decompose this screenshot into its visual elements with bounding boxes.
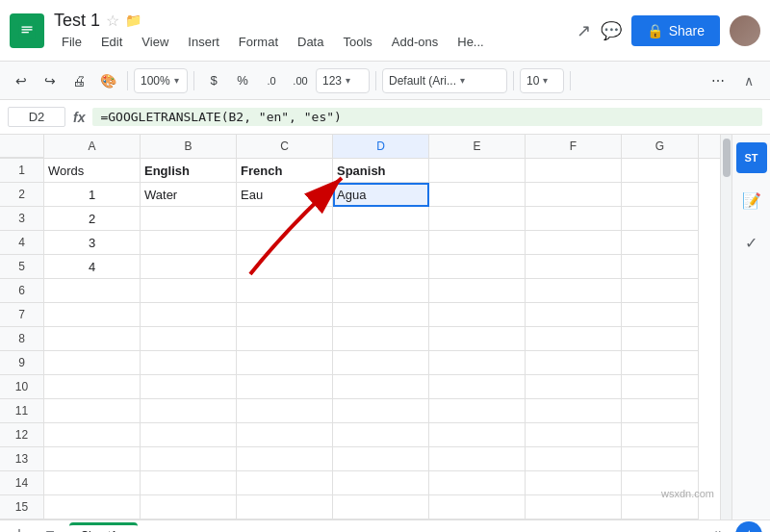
cell-d13[interactable] (333, 447, 429, 471)
menu-tools[interactable]: Tools (335, 33, 379, 51)
cell-g13[interactable] (622, 447, 699, 471)
cell-c2[interactable]: Eau (237, 183, 333, 207)
cell-d14[interactable] (333, 471, 429, 495)
menu-file[interactable]: File (54, 33, 90, 51)
cell-d10[interactable] (333, 375, 429, 399)
menu-data[interactable]: Data (290, 33, 331, 51)
cell-d11[interactable] (333, 399, 429, 423)
collapse-toolbar-button[interactable]: ∧ (735, 67, 762, 94)
row-header-6[interactable]: 6 (0, 279, 44, 303)
column-header-a[interactable]: A (44, 135, 141, 158)
cell-b2[interactable]: Water (141, 183, 237, 207)
cell-f11[interactable] (526, 399, 622, 423)
cell-a6[interactable] (44, 279, 141, 303)
cell-g8[interactable] (622, 327, 699, 351)
scroll-left-button[interactable]: ◀ (706, 527, 717, 533)
cell-e5[interactable] (429, 255, 526, 279)
cell-g11[interactable] (622, 399, 699, 423)
scroll-thumb[interactable] (723, 139, 731, 177)
cell-b7[interactable] (141, 303, 237, 327)
cell-e9[interactable] (429, 351, 526, 375)
share-button[interactable]: 🔒 Share (631, 15, 720, 46)
cell-f7[interactable] (526, 303, 622, 327)
cell-d12[interactable] (333, 423, 429, 447)
row-header-7[interactable]: 7 (0, 303, 44, 327)
print-button[interactable]: 🖨 (65, 67, 92, 94)
row-header-14[interactable]: 14 (0, 471, 44, 495)
cell-d9[interactable] (333, 351, 429, 375)
cell-reference-input[interactable] (8, 107, 65, 127)
cell-d2[interactable]: Agua (333, 183, 429, 207)
cell-e14[interactable] (429, 471, 526, 495)
row-header-8[interactable]: 8 (0, 327, 44, 351)
column-header-d[interactable]: D (333, 135, 429, 158)
cell-b10[interactable] (141, 375, 237, 399)
select-all-button[interactable] (0, 135, 44, 158)
cell-b1[interactable]: English (141, 159, 237, 183)
cell-e12[interactable] (429, 423, 526, 447)
cell-e3[interactable] (429, 207, 526, 231)
cell-g5[interactable] (622, 255, 699, 279)
cell-a9[interactable] (44, 351, 141, 375)
cell-e8[interactable] (429, 327, 526, 351)
cell-a13[interactable] (44, 447, 141, 471)
decimal-decrease-button[interactable]: .0 (258, 67, 285, 94)
paint-format-button[interactable]: 🎨 (94, 67, 121, 94)
cell-f8[interactable] (526, 327, 622, 351)
cell-b3[interactable] (141, 207, 237, 231)
row-header-15[interactable]: 15 (0, 495, 44, 519)
row-header-13[interactable]: 13 (0, 447, 44, 471)
row-header-11[interactable]: 11 (0, 399, 44, 423)
cell-f12[interactable] (526, 423, 622, 447)
cell-a8[interactable] (44, 327, 141, 351)
menu-help[interactable]: He... (449, 33, 491, 51)
cell-b13[interactable] (141, 447, 237, 471)
cell-g7[interactable] (622, 303, 699, 327)
cell-a5[interactable]: 4 (44, 255, 141, 279)
star-icon[interactable]: ☆ (106, 12, 119, 30)
font-size-select[interactable]: 10 ▾ (520, 68, 564, 93)
cell-e15[interactable] (429, 495, 526, 519)
cell-f4[interactable] (526, 231, 622, 255)
cell-c14[interactable] (237, 471, 333, 495)
cell-c9[interactable] (237, 351, 333, 375)
cell-d4[interactable] (333, 231, 429, 255)
row-header-9[interactable]: 9 (0, 351, 44, 375)
sheet-tab[interactable]: Sheet1 ▾ (69, 522, 138, 532)
cell-g10[interactable] (622, 375, 699, 399)
cell-d1[interactable]: Spanish (333, 159, 429, 183)
avatar[interactable] (730, 15, 760, 46)
cell-c8[interactable] (237, 327, 333, 351)
cell-g1[interactable] (622, 159, 699, 183)
menu-edit[interactable]: Edit (93, 33, 130, 51)
cell-a14[interactable] (44, 471, 141, 495)
sheet-list-button[interactable]: ≡ (38, 523, 62, 533)
cell-a10[interactable] (44, 375, 141, 399)
cell-e6[interactable] (429, 279, 526, 303)
cell-a4[interactable]: 3 (44, 231, 141, 255)
cell-d5[interactable] (333, 255, 429, 279)
add-sheet-button[interactable]: + (8, 523, 31, 533)
cell-e1[interactable] (429, 159, 526, 183)
cell-a15[interactable] (44, 495, 141, 519)
column-header-b[interactable]: B (141, 135, 237, 158)
cell-e7[interactable] (429, 303, 526, 327)
cell-c1[interactable]: French (237, 159, 333, 183)
cell-e4[interactable] (429, 231, 526, 255)
cell-f2[interactable] (526, 183, 622, 207)
cell-d8[interactable] (333, 327, 429, 351)
cell-g2[interactable] (622, 183, 699, 207)
cell-a2[interactable]: 1 (44, 183, 141, 207)
comment-icon[interactable]: 💬 (601, 20, 622, 41)
vertical-scrollbar[interactable] (720, 135, 732, 519)
cell-e10[interactable] (429, 375, 526, 399)
currency-button[interactable]: $ (200, 67, 227, 94)
column-header-f[interactable]: F (526, 135, 622, 158)
cell-b9[interactable] (141, 351, 237, 375)
calendar-icon[interactable]: ST (736, 142, 767, 173)
cell-b15[interactable] (141, 495, 237, 519)
cell-c3[interactable] (237, 207, 333, 231)
cell-b11[interactable] (141, 399, 237, 423)
undo-button[interactable]: ↩ (8, 67, 35, 94)
cell-c5[interactable] (237, 255, 333, 279)
